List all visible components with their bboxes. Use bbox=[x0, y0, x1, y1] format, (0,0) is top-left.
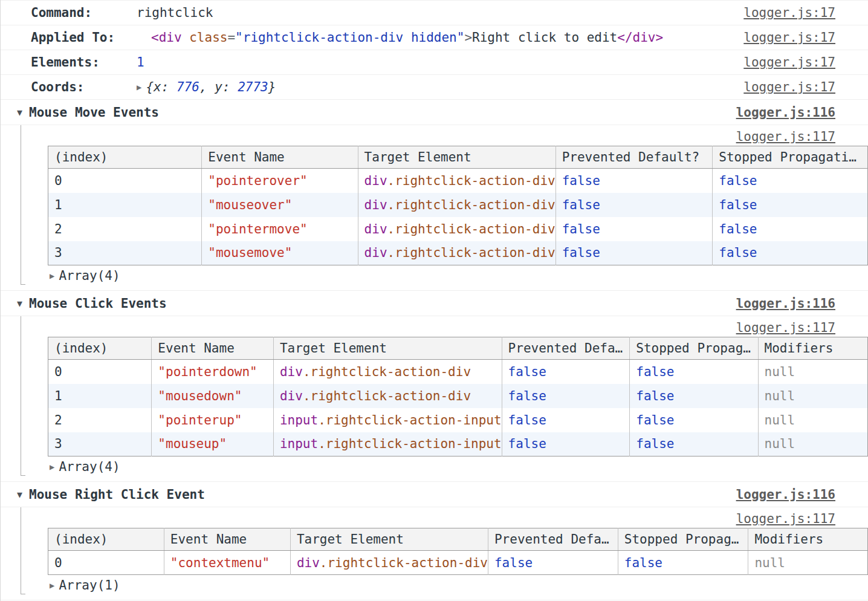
column-header-target-element[interactable]: Target Element bbox=[290, 528, 488, 551]
array-preview-label: Array(1) bbox=[59, 578, 120, 593]
brace-open: {x: bbox=[146, 80, 177, 94]
column-header-modifiers[interactable]: Modifiers bbox=[748, 528, 868, 551]
column-header-stopped-propagation[interactable]: Stopped Propag… bbox=[630, 337, 758, 360]
cell-prevented-default: false bbox=[502, 384, 630, 408]
source-link[interactable]: logger.js:117 bbox=[736, 512, 835, 526]
command-label: Command: bbox=[31, 5, 137, 20]
expand-arrow-icon[interactable]: ▶ bbox=[50, 462, 54, 472]
brace-close: } bbox=[268, 80, 276, 94]
comma: , y: bbox=[199, 80, 238, 94]
group-header-mouse-right-click-event[interactable]: ▼ Mouse Right Click Event logger.js:116 bbox=[1, 481, 868, 507]
html-inner-text: Right click to edit bbox=[472, 30, 617, 45]
table-header-row: (index) Event Name Target Element Preven… bbox=[48, 146, 868, 169]
group-header-mouse-move-events[interactable]: ▼ Mouse Move Events logger.js:116 bbox=[1, 99, 868, 125]
cell-modifiers: null bbox=[758, 408, 867, 432]
source-link[interactable]: logger.js:17 bbox=[743, 55, 835, 70]
expand-arrow-icon[interactable]: ▶ bbox=[50, 271, 54, 281]
group-title: Mouse Click Events bbox=[29, 296, 167, 311]
column-header-index[interactable]: (index) bbox=[48, 146, 202, 169]
column-header-target-element[interactable]: Target Element bbox=[358, 146, 555, 169]
column-header-prevented-default[interactable]: Prevented Defa… bbox=[502, 337, 630, 360]
array-preview-label: Array(4) bbox=[59, 268, 120, 283]
column-header-event-name[interactable]: Event Name bbox=[202, 146, 358, 169]
cell-target-element: input.rightclick-action-input bbox=[273, 432, 502, 456]
cell-stopped-propagation: false bbox=[713, 169, 868, 193]
cell-stopped-propagation: false bbox=[630, 408, 758, 432]
group-title: Mouse Move Events bbox=[29, 105, 159, 120]
column-header-event-name[interactable]: Event Name bbox=[152, 337, 274, 360]
source-link[interactable]: logger.js:17 bbox=[743, 5, 835, 20]
collapse-triangle-icon[interactable]: ▼ bbox=[17, 107, 22, 118]
cell-index: 3 bbox=[48, 432, 152, 456]
collapse-triangle-icon[interactable]: ▼ bbox=[17, 298, 22, 309]
column-header-prevented-default[interactable]: Prevented Defa… bbox=[488, 528, 618, 551]
table-message-link-row: logger.js:117 bbox=[1, 316, 868, 337]
cell-event-name: "mouseover" bbox=[202, 193, 358, 217]
cell-target-element: input.rightclick-action-input bbox=[273, 408, 502, 432]
expand-arrow-icon[interactable]: ▶ bbox=[137, 82, 141, 92]
array-preview-toggle[interactable]: ▶ Array(4) bbox=[1, 265, 868, 285]
column-header-target-element[interactable]: Target Element bbox=[273, 337, 502, 360]
cell-target-element: div.rightclick-action-div bbox=[358, 241, 555, 265]
cell-index: 0 bbox=[48, 360, 152, 384]
elements-label: Elements: bbox=[31, 55, 137, 70]
array-preview-toggle[interactable]: ▶ Array(1) bbox=[1, 575, 868, 595]
array-preview-label: Array(4) bbox=[59, 460, 120, 474]
table-row: 0 "pointerover" div.rightclick-action-di… bbox=[48, 169, 868, 193]
group-header-mouse-click-events[interactable]: ▼ Mouse Click Events logger.js:116 bbox=[1, 290, 868, 316]
group-body-mouse-right-click-event: logger.js:117 (index) Event Name Target … bbox=[1, 507, 868, 600]
cell-modifiers: null bbox=[758, 384, 867, 408]
log-entry-applied-to: Applied To: <div class="rightclick-actio… bbox=[1, 25, 868, 50]
column-header-index[interactable]: (index) bbox=[48, 528, 164, 551]
cell-event-name: "pointerup" bbox=[152, 408, 274, 432]
source-link[interactable]: logger.js:117 bbox=[736, 129, 835, 144]
command-value: rightclick bbox=[137, 5, 213, 20]
cell-stopped-propagation: false bbox=[630, 384, 758, 408]
log-entry-elements: Elements: 1 logger.js:17 bbox=[1, 50, 868, 74]
cell-target-element: div.rightclick-action-div bbox=[358, 217, 555, 241]
column-header-event-name[interactable]: Event Name bbox=[164, 528, 290, 551]
cell-event-name: "mouseup" bbox=[152, 432, 274, 456]
mouse-move-events-table: (index) Event Name Target Element Preven… bbox=[48, 146, 868, 265]
cell-event-name: "mousedown" bbox=[152, 384, 274, 408]
cell-event-name: "pointerdown" bbox=[152, 360, 274, 384]
source-link[interactable]: logger.js:17 bbox=[743, 30, 835, 45]
applied-to-element-preview[interactable]: <div class="rightclick-action-div hidden… bbox=[151, 30, 663, 45]
cell-prevented-default: false bbox=[502, 432, 630, 456]
cell-modifiers: null bbox=[758, 432, 867, 456]
cell-event-name: "pointerover" bbox=[202, 169, 358, 193]
coord-x-value: 776 bbox=[177, 80, 199, 94]
elements-count: 1 bbox=[137, 55, 144, 70]
table-row: 1 "mousedown" div.rightclick-action-div … bbox=[48, 384, 868, 408]
cell-index: 0 bbox=[48, 551, 164, 575]
mouse-click-events-table: (index) Event Name Target Element Preven… bbox=[48, 337, 868, 456]
column-header-stopped-propagation[interactable]: Stopped Propag… bbox=[618, 528, 748, 551]
source-link[interactable]: logger.js:116 bbox=[736, 296, 835, 311]
html-gt: > bbox=[464, 30, 472, 45]
cell-target-element: div.rightclick-action-div bbox=[358, 169, 555, 193]
source-link[interactable]: logger.js:116 bbox=[736, 487, 835, 502]
cell-index: 1 bbox=[48, 384, 152, 408]
cell-stopped-propagation: false bbox=[713, 193, 868, 217]
html-attr-value: "rightclick-action-div hidden" bbox=[235, 30, 464, 45]
source-link[interactable]: logger.js:116 bbox=[736, 105, 835, 120]
coords-object-preview[interactable]: {x: 776, y: 2773} bbox=[146, 80, 276, 94]
collapse-triangle-icon[interactable]: ▼ bbox=[17, 489, 22, 500]
table-header-row: (index) Event Name Target Element Preven… bbox=[48, 337, 868, 360]
table-message-link-row: logger.js:117 bbox=[1, 507, 868, 528]
cell-target-element: div.rightclick-action-div bbox=[273, 384, 502, 408]
column-header-stopped-propagation[interactable]: Stopped Propagati… bbox=[713, 146, 868, 169]
cell-index: 2 bbox=[48, 217, 202, 241]
column-header-index[interactable]: (index) bbox=[48, 337, 152, 360]
expand-arrow-icon[interactable]: ▶ bbox=[50, 580, 54, 590]
table-row: 0 "pointerdown" div.rightclick-action-di… bbox=[48, 360, 868, 384]
column-header-modifiers[interactable]: Modifiers bbox=[758, 337, 867, 360]
group-body-mouse-move-events: logger.js:117 (index) Event Name Target … bbox=[1, 125, 868, 290]
array-preview-toggle[interactable]: ▶ Array(4) bbox=[1, 456, 868, 476]
cell-modifiers: null bbox=[758, 360, 867, 384]
table-row: 0 "contextmenu" div.rightclick-action-di… bbox=[48, 551, 868, 575]
source-link[interactable]: logger.js:117 bbox=[736, 320, 835, 335]
group-body-mouse-click-events: logger.js:117 (index) Event Name Target … bbox=[1, 316, 868, 481]
source-link[interactable]: logger.js:17 bbox=[743, 80, 835, 94]
column-header-prevented-default[interactable]: Prevented Default? bbox=[555, 146, 713, 169]
